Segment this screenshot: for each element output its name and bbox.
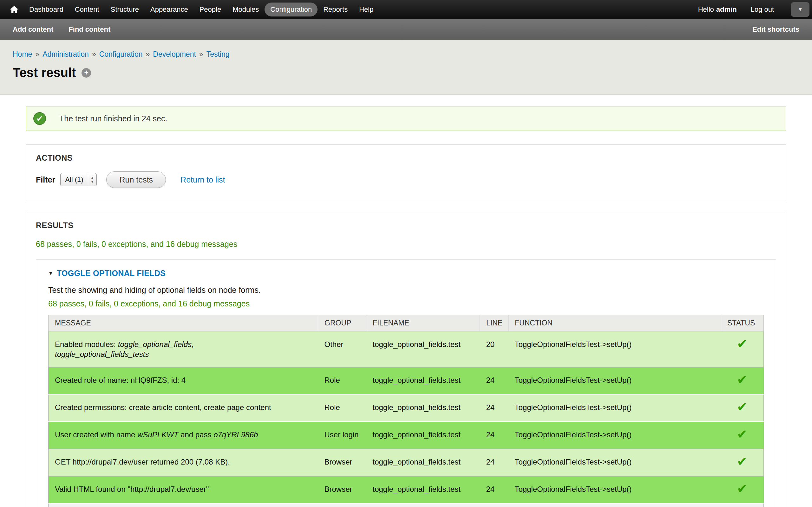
toolbar-item-reports[interactable]: Reports — [317, 3, 353, 16]
column-header-function: FUNCTION — [508, 315, 721, 331]
table-row: User created with name wSuPLKWT and pass… — [49, 422, 764, 449]
cell-line: 24 — [480, 422, 508, 449]
filter-label: Filter — [36, 175, 55, 184]
test-group-fieldset: ▼ TOGGLE OPTIONAL FIELDS Test the showin… — [36, 260, 776, 507]
add-shortcut-icon[interactable]: + — [82, 68, 91, 78]
results-box: RESULTS 68 passes, 0 fails, 0 exceptions… — [26, 212, 786, 507]
pass-check-icon: ✔ — [737, 373, 748, 387]
pass-check-icon: ✔ — [737, 400, 748, 414]
cell-message: User created with name wSuPLKWT and pass… — [49, 422, 318, 449]
message-text: wSuPLKWT — [137, 430, 178, 439]
cell-line: 24 — [480, 504, 508, 507]
breadcrumb-link-development[interactable]: Development — [153, 50, 196, 59]
cell-group: Browser — [318, 476, 366, 504]
page-header: Home»Administration»Configuration»Develo… — [0, 40, 812, 95]
cell-filename: toggle_optional_fields.test — [366, 476, 480, 504]
cell-function: ToggleOptionalFieldsTest->setUp() — [508, 504, 721, 507]
status-message-text: The test run finished in 24 sec. — [59, 114, 167, 123]
column-header-message: MESSAGE — [49, 315, 318, 331]
toolbar-item-help[interactable]: Help — [353, 3, 379, 16]
table-row: Created role of name: nHQ9fFZS, id: 4Rol… — [49, 367, 764, 395]
filter-select-value: All (1) — [61, 173, 88, 186]
cell-filename: toggle_optional_fields.test — [366, 422, 480, 449]
cell-function: ToggleOptionalFieldsTest->setUp() — [508, 395, 721, 422]
shortcut-item-add-content[interactable]: Add content — [13, 25, 53, 34]
cell-function: ToggleOptionalFieldsTest->setUp() — [508, 449, 721, 476]
filter-row: Filter All (1) ▲▼ Run tests Return to li… — [36, 171, 776, 188]
cell-message: Created role of name: nHQ9fFZS, id: 4 — [49, 367, 318, 395]
breadcrumb-link-configuration[interactable]: Configuration — [99, 50, 143, 59]
toolbar-item-structure[interactable]: Structure — [105, 3, 145, 16]
cell-line: 24 — [480, 395, 508, 422]
toolbar-toggle-button[interactable]: ▼ — [791, 2, 809, 17]
toolbar-item-content[interactable]: Content — [69, 3, 105, 16]
toolbar-item-people[interactable]: People — [194, 3, 227, 16]
cell-filename: toggle_optional_fields.test — [366, 331, 480, 367]
shortcuts-items: Add contentFind content — [13, 25, 110, 34]
column-header-group: GROUP — [318, 315, 366, 331]
results-table-body: Enabled modules: toggle_optional_fields,… — [49, 331, 764, 507]
toolbar-menu: DashboardContentStructureAppearancePeopl… — [23, 3, 379, 16]
results-label: RESULTS — [36, 221, 776, 230]
toolbar-item-configuration[interactable]: Configuration — [264, 3, 317, 16]
cell-status — [721, 504, 764, 507]
cell-group: Debug — [318, 504, 366, 507]
results-table: MESSAGEGROUPFILENAMELINEFUNCTIONSTATUS E… — [48, 315, 764, 507]
cell-function: ToggleOptionalFieldsTest->setUp() — [508, 476, 721, 504]
cell-group: Role — [318, 395, 366, 422]
toolbar-item-modules[interactable]: Modules — [227, 3, 264, 16]
cell-function: ToggleOptionalFieldsTest->setUp() — [508, 367, 721, 395]
cell-line: 24 — [480, 476, 508, 504]
select-arrows-icon: ▲▼ — [88, 173, 97, 186]
main-content: ✔ The test run finished in 24 sec. ACTIO… — [0, 106, 812, 507]
cell-message: GET http://drupal7.dev/user returned 200… — [49, 449, 318, 476]
table-row: Created permissions: create article cont… — [49, 395, 764, 422]
toolbar-item-dashboard[interactable]: Dashboard — [23, 3, 69, 16]
cell-line: 20 — [480, 331, 508, 367]
home-icon[interactable] — [5, 6, 23, 13]
cell-function: ToggleOptionalFieldsTest->setUp() — [508, 331, 721, 367]
breadcrumb-separator: » — [35, 50, 39, 59]
message-text: Created permissions: create article cont… — [55, 403, 271, 412]
cell-message: Valid HTML found on "http://drupal7.dev/… — [49, 476, 318, 504]
column-header-status: STATUS — [721, 315, 764, 331]
column-header-filename: FILENAME — [366, 315, 480, 331]
message-text: User created with name — [55, 430, 137, 439]
cell-group: Browser — [318, 449, 366, 476]
cell-status: ✔ — [721, 367, 764, 395]
group-summary: 68 passes, 0 fails, 0 exceptions, and 16… — [48, 299, 764, 308]
actions-box: ACTIONS Filter All (1) ▲▼ Run tests Retu… — [26, 144, 786, 202]
pass-check-icon: ✔ — [737, 482, 748, 496]
cell-message: Created permissions: create article cont… — [49, 395, 318, 422]
page-title-row: Test result + — [13, 66, 799, 80]
cell-filename: toggle_optional_fields.test — [366, 504, 480, 507]
message-text: and pass — [178, 430, 213, 439]
shortcut-item-find-content[interactable]: Find content — [68, 25, 110, 34]
breadcrumb-link-testing[interactable]: Testing — [206, 50, 230, 59]
logout-link[interactable]: Log out — [751, 5, 774, 14]
run-tests-button[interactable]: Run tests — [106, 171, 166, 188]
results-table-header-row: MESSAGEGROUPFILENAMELINEFUNCTIONSTATUS — [49, 315, 764, 331]
cell-status: ✔ — [721, 476, 764, 504]
status-message: ✔ The test run finished in 24 sec. — [26, 106, 786, 131]
column-header-line: LINE — [480, 315, 508, 331]
cell-status: ✔ — [721, 422, 764, 449]
pass-check-icon: ✔ — [737, 454, 748, 468]
home-icon-glyph — [10, 6, 18, 13]
edit-shortcuts-link[interactable]: Edit shortcuts — [752, 25, 799, 34]
breadcrumb-link-administration[interactable]: Administration — [43, 50, 89, 59]
message-text: toggle_optional_fields — [118, 340, 192, 349]
breadcrumb: Home»Administration»Configuration»Develo… — [13, 50, 799, 59]
filter-select[interactable]: All (1) ▲▼ — [60, 173, 97, 186]
group-title-link[interactable]: TOGGLE OPTIONAL FIELDS — [57, 269, 165, 278]
return-to-list-link[interactable]: Return to list — [181, 175, 225, 184]
message-text: toggle_optional_fields_tests — [55, 350, 149, 358]
collapse-arrow-icon: ▼ — [48, 271, 53, 276]
cell-function: ToggleOptionalFieldsTest->setUp() — [508, 422, 721, 449]
admin-toolbar: DashboardContentStructureAppearancePeopl… — [0, 0, 812, 19]
message-text: Enabled modules: — [55, 340, 118, 349]
actions-label: ACTIONS — [36, 153, 776, 163]
table-row: Valid HTML found on "http://drupal7.dev/… — [49, 476, 764, 504]
toolbar-item-appearance[interactable]: Appearance — [145, 3, 194, 16]
breadcrumb-link-home[interactable]: Home — [13, 50, 32, 59]
